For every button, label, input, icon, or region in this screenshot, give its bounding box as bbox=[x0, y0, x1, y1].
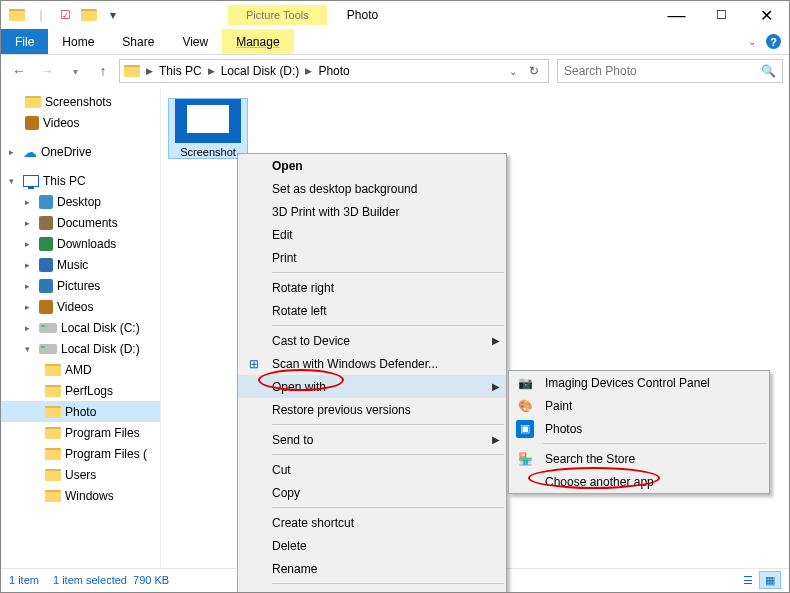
expand-icon[interactable]: ▸ bbox=[9, 147, 19, 157]
file-label: Screenshot bbox=[169, 146, 247, 158]
ctx-cast[interactable]: Cast to Device▶ bbox=[238, 329, 506, 352]
ctx-separator bbox=[272, 507, 504, 508]
ctx-3dprint[interactable]: 3D Print with 3D Builder bbox=[238, 200, 506, 223]
sub-choose-another[interactable]: Choose another app bbox=[509, 470, 769, 493]
ctx-restore[interactable]: Restore previous versions bbox=[238, 398, 506, 421]
address-dropdown-icon[interactable]: ⌄ bbox=[503, 64, 523, 78]
ribbon-right: ⌄ ? bbox=[748, 29, 789, 54]
ribbon-collapse-icon[interactable]: ⌄ bbox=[748, 36, 756, 47]
crumb-sep-icon[interactable]: ▶ bbox=[144, 66, 155, 76]
tab-manage[interactable]: Manage bbox=[222, 29, 293, 54]
music-icon bbox=[39, 258, 53, 272]
ctx-rename[interactable]: Rename bbox=[238, 557, 506, 580]
crumb-thispc[interactable]: This PC bbox=[159, 64, 202, 78]
sub-paint[interactable]: 🎨Paint bbox=[509, 394, 769, 417]
pc-icon bbox=[23, 175, 39, 187]
ctx-separator bbox=[272, 272, 504, 273]
ctx-cut[interactable]: Cut bbox=[238, 458, 506, 481]
ctx-separator bbox=[272, 454, 504, 455]
tree-photo[interactable]: Photo bbox=[1, 401, 160, 422]
search-input[interactable]: Search Photo 🔍 bbox=[557, 59, 783, 83]
ctx-rotate-right[interactable]: Rotate right bbox=[238, 276, 506, 299]
crumb-sep-icon[interactable]: ▶ bbox=[303, 66, 314, 76]
navigation-tree[interactable]: Screenshots Videos ▸☁OneDrive ▾This PC ▸… bbox=[1, 87, 161, 568]
tree-videos[interactable]: Videos bbox=[1, 112, 160, 133]
view-icons-button[interactable]: ▦ bbox=[759, 571, 781, 589]
contextual-tools-label: Picture Tools bbox=[228, 5, 327, 25]
collapse-icon[interactable]: ▾ bbox=[9, 176, 19, 186]
qat-customize-icon[interactable]: ▾ bbox=[101, 4, 125, 26]
nav-forward-button[interactable]: → bbox=[35, 59, 59, 83]
qat-folder-icon[interactable] bbox=[5, 4, 29, 26]
ctx-scan-defender[interactable]: ⊞Scan with Windows Defender... bbox=[238, 352, 506, 375]
nav-up-button[interactable]: ↑ bbox=[91, 59, 115, 83]
tree-locald[interactable]: ▾Local Disk (D:) bbox=[1, 338, 160, 359]
sub-photos[interactable]: ▣Photos bbox=[509, 417, 769, 440]
ctx-open-with[interactable]: Open with▶ bbox=[238, 375, 506, 398]
ctx-open[interactable]: Open bbox=[238, 154, 506, 177]
maximize-button[interactable]: ☐ bbox=[699, 1, 744, 29]
tab-file[interactable]: File bbox=[1, 29, 48, 54]
qat-properties-icon[interactable]: ☑ bbox=[53, 4, 77, 26]
folder-icon bbox=[45, 448, 61, 460]
nav-recent-button[interactable]: ▾ bbox=[63, 59, 87, 83]
ctx-separator bbox=[272, 583, 504, 584]
tree-pictures[interactable]: ▸Pictures bbox=[1, 275, 160, 296]
help-icon[interactable]: ? bbox=[766, 34, 781, 49]
openwith-submenu: 📷Imaging Devices Control Panel 🎨Paint ▣P… bbox=[508, 370, 770, 494]
tree-music[interactable]: ▸Music bbox=[1, 254, 160, 275]
tree-thispc[interactable]: ▾This PC bbox=[1, 170, 160, 191]
ribbon-tabs: File Home Share View Manage ⌄ ? bbox=[1, 29, 789, 55]
tree-amd[interactable]: AMD bbox=[1, 359, 160, 380]
sub-imaging[interactable]: 📷Imaging Devices Control Panel bbox=[509, 371, 769, 394]
ctx-separator bbox=[543, 443, 767, 444]
crumb-sep-icon[interactable]: ▶ bbox=[206, 66, 217, 76]
ctx-copy[interactable]: Copy bbox=[238, 481, 506, 504]
ctx-create-shortcut[interactable]: Create shortcut bbox=[238, 511, 506, 534]
ctx-rotate-left[interactable]: Rotate left bbox=[238, 299, 506, 322]
crumb-photo[interactable]: Photo bbox=[318, 64, 349, 78]
sub-search-store[interactable]: 🏪Search the Store bbox=[509, 447, 769, 470]
tab-home[interactable]: Home bbox=[48, 29, 108, 54]
tree-perflogs[interactable]: PerfLogs bbox=[1, 380, 160, 401]
close-button[interactable]: ✕ bbox=[744, 1, 789, 29]
qat-separator: | bbox=[29, 4, 53, 26]
view-details-button[interactable]: ☰ bbox=[737, 571, 759, 589]
ctx-edit[interactable]: Edit bbox=[238, 223, 506, 246]
tree-desktop[interactable]: ▸Desktop bbox=[1, 191, 160, 212]
nav-back-button[interactable]: ← bbox=[7, 59, 31, 83]
videos-icon bbox=[39, 300, 53, 314]
minimize-button[interactable]: — bbox=[654, 1, 699, 29]
qat-newfolder-icon[interactable] bbox=[77, 4, 101, 26]
tree-screenshots[interactable]: Screenshots bbox=[1, 91, 160, 112]
submenu-arrow-icon: ▶ bbox=[492, 434, 500, 445]
tree-programfiles[interactable]: Program Files bbox=[1, 422, 160, 443]
address-refresh-icon[interactable]: ↻ bbox=[524, 64, 544, 78]
ctx-properties[interactable]: Properties bbox=[238, 587, 506, 593]
tree-downloads[interactable]: ▸Downloads bbox=[1, 233, 160, 254]
collapse-icon[interactable]: ▾ bbox=[25, 344, 35, 354]
address-bar[interactable]: ▶ This PC ▶ Local Disk (D:) ▶ Photo ⌄ ↻ bbox=[119, 59, 549, 83]
tab-view[interactable]: View bbox=[168, 29, 222, 54]
tree-windows[interactable]: Windows bbox=[1, 485, 160, 506]
ctx-delete[interactable]: Delete bbox=[238, 534, 506, 557]
tree-programfilesx[interactable]: Program Files ( bbox=[1, 443, 160, 464]
tree-users[interactable]: Users bbox=[1, 464, 160, 485]
tree-onedrive[interactable]: ▸☁OneDrive bbox=[1, 141, 160, 162]
folder-icon bbox=[25, 96, 41, 108]
ctx-send-to[interactable]: Send to▶ bbox=[238, 428, 506, 451]
defender-icon: ⊞ bbox=[245, 355, 263, 373]
search-icon: 🔍 bbox=[761, 64, 776, 78]
crumb-locald[interactable]: Local Disk (D:) bbox=[221, 64, 300, 78]
ctx-print[interactable]: Print bbox=[238, 246, 506, 269]
file-item-screenshot[interactable]: Screenshot bbox=[169, 99, 247, 158]
ctx-separator bbox=[272, 325, 504, 326]
contextual-tools: Picture Tools bbox=[228, 5, 327, 25]
tree-documents[interactable]: ▸Documents bbox=[1, 212, 160, 233]
folder-icon bbox=[45, 406, 61, 418]
tree-videos2[interactable]: ▸Videos bbox=[1, 296, 160, 317]
tab-share[interactable]: Share bbox=[108, 29, 168, 54]
tree-localc[interactable]: ▸Local Disk (C:) bbox=[1, 317, 160, 338]
ctx-set-background[interactable]: Set as desktop background bbox=[238, 177, 506, 200]
search-placeholder: Search Photo bbox=[564, 64, 637, 78]
